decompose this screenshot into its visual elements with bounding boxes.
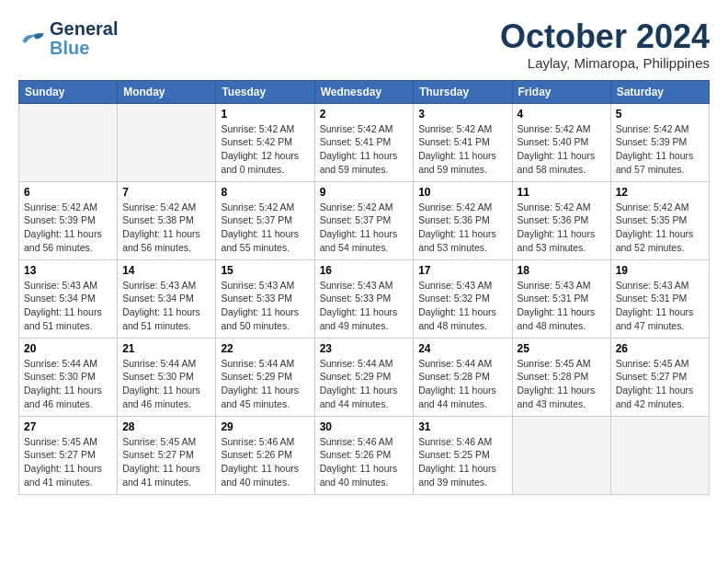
day-number: 30	[320, 420, 409, 433]
calendar-cell: 16Sunrise: 5:43 AM Sunset: 5:33 PM Dayli…	[314, 259, 414, 338]
week-row: 27Sunrise: 5:45 AM Sunset: 5:27 PM Dayli…	[19, 416, 710, 494]
calendar-cell: 31Sunrise: 5:46 AM Sunset: 5:25 PM Dayli…	[414, 416, 512, 494]
day-info: Sunrise: 5:42 AM Sunset: 5:36 PM Dayligh…	[518, 201, 606, 255]
day-info: Sunrise: 5:46 AM Sunset: 5:26 PM Dayligh…	[320, 435, 409, 489]
week-row: 13Sunrise: 5:43 AM Sunset: 5:34 PM Dayli…	[19, 259, 710, 338]
logo-icon	[18, 29, 46, 47]
calendar-cell	[610, 416, 709, 494]
calendar-cell: 30Sunrise: 5:46 AM Sunset: 5:26 PM Dayli…	[314, 416, 414, 494]
day-number: 17	[418, 264, 506, 277]
day-info: Sunrise: 5:44 AM Sunset: 5:30 PM Dayligh…	[122, 357, 210, 411]
day-number: 10	[418, 186, 506, 199]
calendar-cell: 28Sunrise: 5:45 AM Sunset: 5:27 PM Dayli…	[118, 416, 216, 494]
day-number: 20	[24, 342, 112, 355]
day-info: Sunrise: 5:46 AM Sunset: 5:25 PM Dayligh…	[418, 435, 506, 489]
day-info: Sunrise: 5:42 AM Sunset: 5:39 PM Dayligh…	[616, 122, 704, 177]
day-info: Sunrise: 5:42 AM Sunset: 5:40 PM Dayligh…	[518, 122, 606, 177]
day-number: 21	[122, 342, 210, 355]
calendar-cell: 23Sunrise: 5:44 AM Sunset: 5:29 PM Dayli…	[314, 338, 414, 416]
calendar-cell: 22Sunrise: 5:44 AM Sunset: 5:29 PM Dayli…	[216, 338, 314, 416]
weekday-header: Friday	[512, 80, 610, 103]
day-number: 25	[518, 342, 606, 355]
day-info: Sunrise: 5:44 AM Sunset: 5:28 PM Dayligh…	[418, 357, 506, 411]
weekday-header: Sunday	[19, 80, 118, 103]
calendar-cell: 15Sunrise: 5:43 AM Sunset: 5:33 PM Dayli…	[216, 259, 314, 338]
weekday-header: Monday	[118, 80, 216, 103]
calendar-cell	[512, 416, 610, 494]
day-number: 9	[320, 186, 409, 199]
calendar-cell: 19Sunrise: 5:43 AM Sunset: 5:31 PM Dayli…	[610, 259, 709, 338]
weekday-header: Saturday	[610, 80, 709, 103]
day-info: Sunrise: 5:45 AM Sunset: 5:27 PM Dayligh…	[122, 435, 210, 489]
calendar-cell: 1Sunrise: 5:42 AM Sunset: 5:42 PM Daylig…	[216, 103, 314, 181]
logo: General Blue	[18, 18, 118, 57]
day-info: Sunrise: 5:42 AM Sunset: 5:41 PM Dayligh…	[418, 122, 506, 177]
calendar-cell: 5Sunrise: 5:42 AM Sunset: 5:39 PM Daylig…	[610, 103, 709, 181]
calendar-cell: 17Sunrise: 5:43 AM Sunset: 5:32 PM Dayli…	[414, 259, 512, 338]
day-info: Sunrise: 5:43 AM Sunset: 5:31 PM Dayligh…	[616, 279, 704, 333]
calendar-cell: 29Sunrise: 5:46 AM Sunset: 5:26 PM Dayli…	[216, 416, 314, 494]
calendar-cell: 26Sunrise: 5:45 AM Sunset: 5:27 PM Dayli…	[610, 338, 709, 416]
day-info: Sunrise: 5:45 AM Sunset: 5:27 PM Dayligh…	[616, 357, 704, 411]
location: Laylay, Mimaropa, Philippines	[500, 55, 710, 71]
day-info: Sunrise: 5:44 AM Sunset: 5:30 PM Dayligh…	[24, 357, 112, 411]
day-number: 27	[24, 420, 112, 433]
calendar-cell: 3Sunrise: 5:42 AM Sunset: 5:41 PM Daylig…	[414, 103, 512, 181]
day-number: 1	[221, 108, 309, 121]
calendar-cell	[118, 103, 216, 181]
day-number: 24	[418, 342, 506, 355]
day-number: 4	[518, 108, 606, 121]
day-number: 11	[518, 186, 606, 199]
calendar-cell: 14Sunrise: 5:43 AM Sunset: 5:34 PM Dayli…	[118, 259, 216, 338]
calendar-cell: 20Sunrise: 5:44 AM Sunset: 5:30 PM Dayli…	[19, 338, 118, 416]
day-info: Sunrise: 5:43 AM Sunset: 5:33 PM Dayligh…	[221, 279, 309, 333]
day-info: Sunrise: 5:42 AM Sunset: 5:41 PM Dayligh…	[320, 122, 409, 177]
day-number: 31	[418, 420, 506, 433]
day-info: Sunrise: 5:43 AM Sunset: 5:33 PM Dayligh…	[320, 279, 409, 333]
calendar-cell: 9Sunrise: 5:42 AM Sunset: 5:37 PM Daylig…	[314, 181, 414, 259]
week-row: 6Sunrise: 5:42 AM Sunset: 5:39 PM Daylig…	[19, 181, 710, 259]
day-number: 29	[221, 420, 309, 433]
calendar-cell: 24Sunrise: 5:44 AM Sunset: 5:28 PM Dayli…	[414, 338, 512, 416]
weekday-header-row: SundayMondayTuesdayWednesdayThursdayFrid…	[19, 80, 710, 103]
calendar-cell: 6Sunrise: 5:42 AM Sunset: 5:39 PM Daylig…	[19, 181, 118, 259]
day-number: 15	[221, 264, 309, 277]
calendar-table: SundayMondayTuesdayWednesdayThursdayFrid…	[18, 80, 710, 495]
calendar-cell: 13Sunrise: 5:43 AM Sunset: 5:34 PM Dayli…	[19, 259, 118, 338]
page-header: General Blue October 2024 Laylay, Mimaro…	[18, 18, 710, 71]
day-info: Sunrise: 5:42 AM Sunset: 5:42 PM Dayligh…	[221, 122, 309, 177]
day-info: Sunrise: 5:45 AM Sunset: 5:27 PM Dayligh…	[24, 435, 112, 489]
weekday-header: Tuesday	[216, 80, 314, 103]
day-number: 18	[518, 264, 606, 277]
day-info: Sunrise: 5:44 AM Sunset: 5:29 PM Dayligh…	[320, 357, 409, 411]
day-info: Sunrise: 5:42 AM Sunset: 5:37 PM Dayligh…	[320, 201, 409, 255]
calendar-cell: 18Sunrise: 5:43 AM Sunset: 5:31 PM Dayli…	[512, 259, 610, 338]
day-info: Sunrise: 5:43 AM Sunset: 5:31 PM Dayligh…	[518, 279, 606, 333]
day-info: Sunrise: 5:42 AM Sunset: 5:36 PM Dayligh…	[418, 201, 506, 255]
day-number: 2	[320, 108, 409, 121]
day-number: 14	[122, 264, 210, 277]
day-number: 3	[418, 108, 506, 121]
weekday-header: Wednesday	[314, 80, 414, 103]
weekday-header: Thursday	[414, 80, 512, 103]
day-number: 13	[24, 264, 112, 277]
day-number: 6	[24, 186, 112, 199]
calendar-cell	[19, 103, 118, 181]
day-number: 26	[616, 342, 704, 355]
day-number: 7	[122, 186, 210, 199]
calendar-cell: 2Sunrise: 5:42 AM Sunset: 5:41 PM Daylig…	[314, 103, 414, 181]
calendar-cell: 21Sunrise: 5:44 AM Sunset: 5:30 PM Dayli…	[118, 338, 216, 416]
day-info: Sunrise: 5:42 AM Sunset: 5:35 PM Dayligh…	[616, 201, 704, 255]
day-number: 23	[320, 342, 409, 355]
day-info: Sunrise: 5:45 AM Sunset: 5:28 PM Dayligh…	[518, 357, 606, 411]
month-title: October 2024	[500, 18, 710, 55]
day-info: Sunrise: 5:43 AM Sunset: 5:34 PM Dayligh…	[24, 279, 112, 333]
day-number: 8	[221, 186, 309, 199]
calendar-cell: 4Sunrise: 5:42 AM Sunset: 5:40 PM Daylig…	[512, 103, 610, 181]
calendar-cell: 8Sunrise: 5:42 AM Sunset: 5:37 PM Daylig…	[216, 181, 314, 259]
day-number: 22	[221, 342, 309, 355]
day-number: 12	[616, 186, 704, 199]
calendar-cell: 25Sunrise: 5:45 AM Sunset: 5:28 PM Dayli…	[512, 338, 610, 416]
day-number: 5	[616, 108, 704, 121]
calendar-cell: 27Sunrise: 5:45 AM Sunset: 5:27 PM Dayli…	[19, 416, 118, 494]
